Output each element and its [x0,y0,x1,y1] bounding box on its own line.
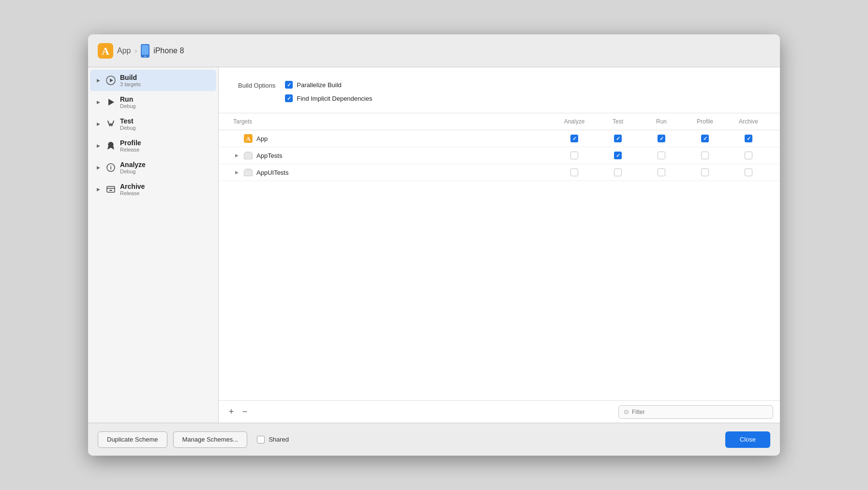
sidebar-analyze-sublabel: Debug [120,168,146,174]
table-row: A App [219,130,780,147]
appuitests-target-icon [244,168,253,177]
table-footer: + − ⊙ [219,400,780,423]
title-chevron-icon: › [135,47,137,55]
col-run: Run [640,118,683,125]
table-row: ▶ AppTests [219,147,780,164]
col-profile: Profile [683,118,727,125]
sidebar-item-run[interactable]: ▶ Run Debug [90,92,216,113]
app-target-name: App [256,135,268,142]
main-content: ▶ Build 3 targets ▶ [88,67,780,423]
col-test: Test [596,118,640,125]
manage-schemes-button[interactable]: Manage Schemes... [173,431,248,448]
row-expand-appuitests: ▶ [233,169,240,176]
row-expand-apptests: ▶ [233,152,240,159]
col-targets: Targets [233,118,553,125]
col-analyze: Analyze [553,118,596,125]
appuitests-profile-cb[interactable] [701,168,709,176]
app-profile-cb[interactable] [701,135,709,142]
sidebar-item-build[interactable]: ▶ Build 3 targets [90,70,216,91]
implicit-row: Find Implicit Dependencies [285,94,372,102]
run-icon [105,97,116,107]
iphone-icon [141,44,150,58]
right-panel: Build Options Parallelize Build Find Imp… [219,67,780,423]
build-options-section: Build Options Parallelize Build Find Imp… [219,67,780,113]
archive-icon [105,184,116,195]
sidebar-test-sublabel: Debug [120,125,135,131]
sidebar-item-test[interactable]: ▶ Test Debug [90,113,216,135]
implicit-label: Find Implicit Dependencies [297,95,372,102]
sidebar-profile-sublabel: Release [120,147,141,153]
remove-target-button[interactable]: − [239,406,251,418]
sidebar-test-label: Test [120,117,135,125]
duplicate-scheme-button[interactable]: Duplicate Scheme [98,431,167,448]
shared-checkbox[interactable] [257,436,265,444]
close-button[interactable]: Close [725,431,770,448]
apptests-profile-cb[interactable] [701,152,709,159]
svg-marker-7 [108,99,114,106]
filter-icon: ⊙ [624,408,629,415]
appuitests-target-name: AppUITests [256,169,288,176]
svg-rect-11 [109,190,112,191]
svg-marker-6 [110,78,113,82]
appuitests-test-cb[interactable] [614,168,622,176]
targets-rows: A App ▶ [219,130,780,400]
parallelize-label: Parallelize Build [297,81,342,89]
sidebar-run-label: Run [120,95,135,103]
sidebar-item-archive[interactable]: ▶ Archive Release [90,179,216,200]
expand-arrow-run: ▶ [95,99,102,106]
scheme-editor-window: A App › iPhone 8 ▶ B [88,34,780,456]
svg-text:A: A [246,135,251,142]
sidebar-item-profile[interactable]: ▶ Profile Release [90,135,216,156]
apptests-test-cb[interactable] [614,152,622,159]
col-archive: Archive [727,118,770,125]
expand-arrow-build: ▶ [95,77,102,84]
profile-icon [105,140,116,151]
apptests-target-icon [244,151,253,160]
apptests-analyze-cb[interactable] [570,152,578,159]
add-target-button[interactable]: + [225,406,237,418]
expand-arrow-analyze: ▶ [95,164,102,171]
title-device-label: iPhone 8 [153,46,184,55]
implicit-checkbox[interactable] [285,94,293,102]
title-bar: A App › iPhone 8 [88,34,780,67]
sidebar-archive-sublabel: Release [120,190,145,196]
expand-arrow-archive: ▶ [95,186,102,193]
analyze-icon: i [105,162,116,173]
filter-field: ⊙ [618,405,773,419]
app-run-cb[interactable] [658,135,665,142]
svg-rect-14 [244,153,252,159]
app-target-icon: A [244,134,253,143]
parallelize-row: Parallelize Build [285,81,372,89]
svg-rect-10 [107,186,115,192]
sidebar: ▶ Build 3 targets ▶ [88,67,219,423]
bottom-bar: Duplicate Scheme Manage Schemes... Share… [88,423,780,456]
shared-row: Shared [257,436,289,444]
title-app-label: App [117,46,131,55]
app-archive-cb[interactable] [745,135,752,142]
svg-rect-15 [244,170,252,176]
row-expand-app [233,135,240,142]
apptests-target-name: AppTests [256,152,282,159]
targets-section: Targets Analyze Test Run Profile Archive [219,113,780,423]
parallelize-checkbox[interactable] [285,81,293,89]
sidebar-profile-label: Profile [120,139,141,147]
appuitests-archive-cb[interactable] [745,168,752,176]
targets-header: Targets Analyze Test Run Profile Archive [219,113,780,130]
app-analyze-cb[interactable] [570,135,578,142]
expand-arrow-test: ▶ [95,121,102,127]
sidebar-item-analyze[interactable]: ▶ i Analyze Debug [90,157,216,178]
sidebar-build-sublabel: 3 targets [120,81,141,87]
sidebar-archive-label: Archive [120,183,145,190]
filter-input[interactable] [632,409,768,415]
sidebar-run-sublabel: Debug [120,103,135,109]
shared-label: Shared [269,436,289,443]
appuitests-analyze-cb[interactable] [570,168,578,176]
build-options-label: Build Options [238,81,275,89]
svg-rect-3 [142,45,149,55]
apptests-run-cb[interactable] [658,152,665,159]
apptests-archive-cb[interactable] [745,152,752,159]
build-icon [105,75,116,86]
xcode-icon: A [98,43,113,59]
app-test-cb[interactable] [614,135,622,142]
appuitests-run-cb[interactable] [658,168,665,176]
